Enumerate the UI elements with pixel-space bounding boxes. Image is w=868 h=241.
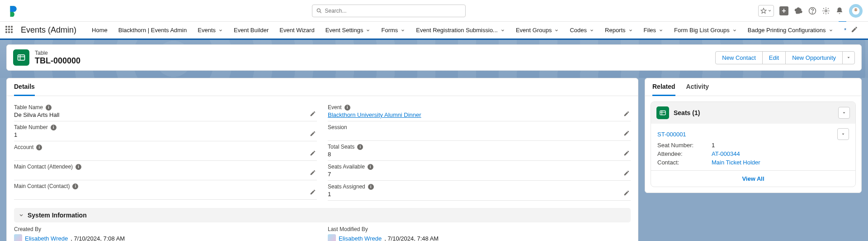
- global-search-input[interactable]: [325, 8, 462, 14]
- field-last-modified-by: Last Modified By Elisabeth Wrede , 7/10/…: [328, 226, 631, 241]
- nav-files[interactable]: Files: [638, 21, 669, 39]
- nav-event-groups[interactable]: Event Groups: [510, 21, 565, 39]
- event-link[interactable]: Blackthorn University Alumni Dinner: [328, 111, 421, 118]
- edit-pencil-icon[interactable]: [623, 111, 630, 118]
- info-icon[interactable]: i: [344, 105, 350, 111]
- app-logo: [7, 5, 19, 17]
- edit-pencil-icon[interactable]: [623, 150, 630, 158]
- info-icon[interactable]: i: [36, 145, 42, 150]
- object-label: Table: [35, 50, 80, 56]
- new-opportunity-button[interactable]: New Opportunity: [785, 51, 843, 64]
- info-icon[interactable]: i: [368, 184, 374, 190]
- svg-point-4: [812, 12, 812, 13]
- tab-related[interactable]: Related: [652, 83, 675, 96]
- field-total-seats: Total Seatsi 8: [328, 141, 631, 161]
- nav-home[interactable]: Home: [86, 21, 113, 39]
- user-avatar-icon: [14, 234, 22, 241]
- info-icon[interactable]: i: [46, 105, 52, 111]
- edit-pencil-icon[interactable]: [310, 150, 316, 158]
- modified-by-user-link[interactable]: Elisabeth Wrede: [339, 235, 382, 241]
- info-icon[interactable]: i: [72, 183, 78, 189]
- svg-rect-16: [660, 111, 665, 115]
- app-navigation-bar: Events (Admin) Home Blackthorn | Events …: [0, 22, 868, 40]
- related-list-seats: Seats (1) ST-000001 Seat Number:1 Attend…: [651, 101, 856, 187]
- chevron-down-icon: [19, 212, 24, 218]
- chevron-down-icon: [401, 28, 405, 33]
- nav-reports[interactable]: Reports: [599, 21, 638, 39]
- caret-down-icon: [841, 132, 845, 136]
- edit-nav-pencil-icon[interactable]: [846, 26, 863, 34]
- new-contact-button[interactable]: New Contact: [715, 51, 762, 64]
- info-icon[interactable]: i: [75, 164, 81, 170]
- edit-pencil-icon[interactable]: [310, 169, 316, 177]
- nav-items: Home Blackthorn | Events Admin Events Ev…: [86, 21, 846, 39]
- star-icon: [760, 8, 767, 14]
- global-search[interactable]: [312, 5, 466, 17]
- app-launcher-icon[interactable]: [5, 26, 14, 35]
- seat-record-link[interactable]: ST-000001: [657, 131, 837, 138]
- nav-events[interactable]: Events: [192, 21, 228, 39]
- edit-button[interactable]: Edit: [762, 51, 786, 64]
- contact-link[interactable]: Main Ticket Holder: [712, 159, 760, 166]
- edit-pencil-icon[interactable]: [623, 190, 630, 198]
- info-icon[interactable]: i: [357, 144, 363, 150]
- table-object-icon: [13, 49, 29, 66]
- user-avatar-icon: [328, 234, 336, 241]
- info-icon[interactable]: i: [368, 164, 373, 170]
- svg-point-10: [854, 9, 855, 10]
- svg-line-1: [320, 11, 321, 13]
- related-seats-actions-button[interactable]: [838, 107, 850, 119]
- edit-pencil-icon[interactable]: [623, 170, 630, 178]
- edit-pencil-icon[interactable]: [623, 130, 630, 138]
- chevron-down-icon: [768, 9, 772, 13]
- nav-event-wizard[interactable]: Event Wizard: [274, 21, 320, 39]
- nav-active-record-tab[interactable]: * TBL-000000 ✕: [839, 21, 846, 39]
- chevron-down-icon: [829, 28, 833, 33]
- attendee-link[interactable]: AT-000344: [712, 150, 740, 157]
- nav-event-settings[interactable]: Event Settings: [320, 21, 376, 39]
- edit-pencil-icon[interactable]: [310, 189, 316, 197]
- salesforce-cloud-icon[interactable]: [794, 6, 803, 15]
- field-main-contact-attendee: Main Contact (Attendee)i: [14, 161, 317, 180]
- notifications-bell-icon[interactable]: [835, 7, 844, 15]
- svg-marker-19: [843, 112, 845, 114]
- chevron-down-icon: [366, 28, 370, 33]
- tab-activity[interactable]: Activity: [686, 83, 709, 96]
- seat-item-actions-button[interactable]: [837, 128, 849, 140]
- created-by-user-link[interactable]: Elisabeth Wrede: [25, 235, 68, 241]
- favorites-menu[interactable]: [758, 5, 774, 17]
- record-name: TBL-000000: [35, 56, 80, 66]
- add-icon[interactable]: +: [779, 6, 788, 15]
- tab-details[interactable]: Details: [14, 83, 35, 96]
- user-avatar[interactable]: [849, 4, 863, 18]
- chevron-down-icon: [659, 28, 663, 33]
- svg-marker-15: [848, 57, 850, 58]
- nav-event-reg-submissions[interactable]: Event Registration Submissio...: [410, 21, 510, 39]
- info-icon[interactable]: i: [51, 125, 57, 130]
- related-seats-title[interactable]: Seats (1): [674, 109, 834, 116]
- field-table-name: Table Namei De Silva Arts Hall: [14, 101, 317, 121]
- setup-gear-icon[interactable]: [822, 7, 830, 15]
- help-icon[interactable]: [808, 7, 816, 15]
- nav-form-big-list-groups[interactable]: Form Big List Groups: [669, 21, 742, 39]
- view-all-seats-link[interactable]: View All: [742, 175, 764, 182]
- nav-event-builder[interactable]: Event Builder: [228, 21, 274, 39]
- related-seat-item: ST-000001 Seat Number:1 Attendee:AT-0003…: [651, 124, 855, 170]
- app-name: Events (Admin): [21, 25, 76, 35]
- system-information-section-toggle[interactable]: System Information: [14, 208, 631, 222]
- edit-pencil-icon[interactable]: [310, 130, 316, 138]
- caret-down-icon: [842, 111, 846, 115]
- details-panel: Details Table Namei De Silva Arts Hall T…: [6, 78, 638, 241]
- chevron-down-icon: [218, 28, 223, 33]
- global-header: +: [0, 0, 868, 22]
- nav-badge-printing[interactable]: Badge Printing Configurations: [742, 21, 839, 39]
- field-created-by: Created By Elisabeth Wrede , 7/10/2024, …: [14, 226, 317, 241]
- more-actions-button[interactable]: [842, 51, 855, 64]
- record-header: Table TBL-000000 New Contact Edit New Op…: [6, 44, 862, 71]
- edit-pencil-icon[interactable]: [310, 111, 316, 118]
- svg-rect-12: [18, 55, 25, 60]
- nav-codes[interactable]: Codes: [564, 21, 599, 39]
- chevron-down-icon: [628, 28, 633, 33]
- nav-forms[interactable]: Forms: [376, 21, 410, 39]
- nav-events-admin[interactable]: Blackthorn | Events Admin: [113, 21, 193, 39]
